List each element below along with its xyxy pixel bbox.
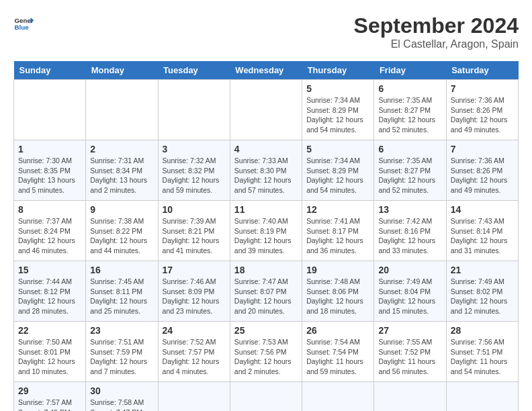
calendar-cell: 4Sunrise: 7:33 AM Sunset: 8:30 PM Daylig… — [230, 140, 302, 201]
calendar-cell: 13Sunrise: 7:42 AM Sunset: 8:16 PM Dayli… — [374, 201, 446, 261]
calendar-cell — [158, 80, 230, 140]
calendar-cell — [302, 382, 374, 412]
col-sunday: Sunday — [14, 61, 86, 80]
calendar-cell: 23Sunrise: 7:51 AM Sunset: 7:59 PM Dayli… — [86, 322, 158, 382]
calendar-cell — [158, 382, 230, 412]
calendar-cell: 22Sunrise: 7:50 AM Sunset: 8:01 PM Dayli… — [14, 322, 86, 382]
day-number: 22 — [18, 325, 81, 336]
day-info: Sunrise: 7:33 AM Sunset: 8:30 PM Dayligh… — [234, 156, 298, 195]
day-info: Sunrise: 7:40 AM Sunset: 8:19 PM Dayligh… — [234, 216, 298, 256]
day-number: 7 — [451, 83, 514, 94]
day-number: 29 — [18, 385, 81, 396]
day-info: Sunrise: 7:57 AM Sunset: 7:49 PM Dayligh… — [18, 398, 81, 411]
day-info: Sunrise: 7:35 AM Sunset: 8:27 PM Dayligh… — [378, 95, 441, 135]
day-number: 10 — [163, 204, 226, 215]
calendar-cell — [374, 382, 446, 412]
col-tuesday: Tuesday — [158, 61, 230, 80]
day-number: 9 — [90, 204, 153, 215]
calendar-cell: 11Sunrise: 7:40 AM Sunset: 8:19 PM Dayli… — [230, 201, 302, 261]
day-info: Sunrise: 7:49 AM Sunset: 8:04 PM Dayligh… — [378, 277, 441, 316]
day-info: Sunrise: 7:41 AM Sunset: 8:17 PM Dayligh… — [306, 216, 369, 256]
day-number: 19 — [306, 265, 369, 275]
day-info: Sunrise: 7:36 AM Sunset: 8:26 PM Dayligh… — [451, 156, 514, 195]
day-info: Sunrise: 7:44 AM Sunset: 8:12 PM Dayligh… — [18, 277, 81, 316]
month-title: September 2024 — [354, 13, 519, 38]
calendar-cell: 3Sunrise: 7:32 AM Sunset: 8:32 PM Daylig… — [158, 140, 230, 201]
calendar-cell: 5Sunrise: 7:34 AM Sunset: 8:29 PM Daylig… — [302, 80, 374, 140]
calendar-cell: 9Sunrise: 7:38 AM Sunset: 8:22 PM Daylig… — [86, 201, 158, 261]
title-block: September 2024 El Castellar, Aragon, Spa… — [354, 13, 519, 50]
calendar-week-row: 8Sunrise: 7:37 AM Sunset: 8:24 PM Daylig… — [14, 201, 519, 261]
day-number: 30 — [90, 385, 153, 396]
calendar-cell: 28Sunrise: 7:56 AM Sunset: 7:51 PM Dayli… — [446, 322, 518, 382]
calendar-week-row: 29Sunrise: 7:57 AM Sunset: 7:49 PM Dayli… — [14, 382, 519, 412]
day-number: 5 — [306, 83, 369, 94]
day-info: Sunrise: 7:43 AM Sunset: 8:14 PM Dayligh… — [451, 216, 514, 256]
calendar-cell: 30Sunrise: 7:58 AM Sunset: 7:47 PM Dayli… — [86, 382, 158, 412]
day-info: Sunrise: 7:32 AM Sunset: 8:32 PM Dayligh… — [163, 156, 226, 195]
calendar-week-row: 15Sunrise: 7:44 AM Sunset: 8:12 PM Dayli… — [14, 261, 519, 322]
day-info: Sunrise: 7:34 AM Sunset: 8:29 PM Dayligh… — [306, 156, 369, 195]
day-number: 6 — [378, 144, 441, 154]
col-monday: Monday — [86, 61, 158, 80]
col-friday: Friday — [374, 61, 446, 80]
day-info: Sunrise: 7:53 AM Sunset: 7:56 PM Dayligh… — [234, 337, 298, 377]
calendar-cell: 7Sunrise: 7:36 AM Sunset: 8:26 PM Daylig… — [446, 80, 518, 140]
calendar-cell: 29Sunrise: 7:57 AM Sunset: 7:49 PM Dayli… — [14, 382, 86, 412]
calendar-cell: 26Sunrise: 7:54 AM Sunset: 7:54 PM Dayli… — [302, 322, 374, 382]
calendar-cell: 19Sunrise: 7:48 AM Sunset: 8:06 PM Dayli… — [302, 261, 374, 322]
day-number: 16 — [90, 265, 153, 275]
day-number: 8 — [18, 204, 81, 215]
calendar-cell: 12Sunrise: 7:41 AM Sunset: 8:17 PM Dayli… — [302, 201, 374, 261]
day-number: 23 — [90, 325, 153, 336]
day-number: 27 — [378, 325, 441, 336]
logo: General Blue — [13, 13, 34, 34]
day-info: Sunrise: 7:45 AM Sunset: 8:11 PM Dayligh… — [90, 277, 153, 316]
day-info: Sunrise: 7:48 AM Sunset: 8:06 PM Dayligh… — [306, 277, 369, 316]
calendar-cell — [446, 382, 518, 412]
day-info: Sunrise: 7:58 AM Sunset: 7:47 PM Dayligh… — [90, 398, 153, 411]
day-number: 1 — [18, 144, 81, 154]
day-info: Sunrise: 7:36 AM Sunset: 8:26 PM Dayligh… — [451, 95, 514, 135]
calendar-cell: 15Sunrise: 7:44 AM Sunset: 8:12 PM Dayli… — [14, 261, 86, 322]
calendar-cell: 14Sunrise: 7:43 AM Sunset: 8:14 PM Dayli… — [446, 201, 518, 261]
day-info: Sunrise: 7:31 AM Sunset: 8:34 PM Dayligh… — [90, 156, 153, 195]
calendar-cell: 10Sunrise: 7:39 AM Sunset: 8:21 PM Dayli… — [158, 201, 230, 261]
day-number: 3 — [163, 144, 226, 154]
day-number: 6 — [378, 83, 441, 94]
day-number: 12 — [306, 204, 369, 215]
day-info: Sunrise: 7:55 AM Sunset: 7:52 PM Dayligh… — [378, 337, 441, 377]
day-info: Sunrise: 7:56 AM Sunset: 7:51 PM Dayligh… — [451, 337, 514, 377]
day-number: 11 — [234, 204, 298, 215]
day-number: 4 — [234, 144, 298, 154]
day-info: Sunrise: 7:52 AM Sunset: 7:57 PM Dayligh… — [163, 337, 226, 377]
day-number: 24 — [163, 325, 226, 336]
calendar-cell: 2Sunrise: 7:31 AM Sunset: 8:34 PM Daylig… — [86, 140, 158, 201]
calendar-cell: 24Sunrise: 7:52 AM Sunset: 7:57 PM Dayli… — [158, 322, 230, 382]
calendar-table: Sunday Monday Tuesday Wednesday Thursday… — [13, 61, 519, 411]
calendar-cell: 27Sunrise: 7:55 AM Sunset: 7:52 PM Dayli… — [374, 322, 446, 382]
day-info: Sunrise: 7:47 AM Sunset: 8:07 PM Dayligh… — [234, 277, 298, 316]
calendar-cell — [230, 382, 302, 412]
day-info: Sunrise: 7:50 AM Sunset: 8:01 PM Dayligh… — [18, 337, 81, 377]
calendar-cell: 6Sunrise: 7:35 AM Sunset: 8:27 PM Daylig… — [374, 140, 446, 201]
day-info: Sunrise: 7:35 AM Sunset: 8:27 PM Dayligh… — [378, 156, 441, 195]
day-number: 21 — [451, 265, 514, 275]
calendar-cell: 5Sunrise: 7:34 AM Sunset: 8:29 PM Daylig… — [302, 140, 374, 201]
calendar-cell: 16Sunrise: 7:45 AM Sunset: 8:11 PM Dayli… — [86, 261, 158, 322]
day-info: Sunrise: 7:34 AM Sunset: 8:29 PM Dayligh… — [306, 95, 369, 135]
svg-text:Blue: Blue — [15, 24, 30, 31]
calendar-week-row: 5Sunrise: 7:34 AM Sunset: 8:29 PM Daylig… — [14, 80, 519, 140]
calendar-cell: 17Sunrise: 7:46 AM Sunset: 8:09 PM Dayli… — [158, 261, 230, 322]
calendar-week-row: 1Sunrise: 7:30 AM Sunset: 8:35 PM Daylig… — [14, 140, 519, 201]
day-info: Sunrise: 7:51 AM Sunset: 7:59 PM Dayligh… — [90, 337, 153, 377]
calendar-cell — [14, 80, 86, 140]
day-number: 5 — [306, 144, 369, 154]
calendar-cell: 20Sunrise: 7:49 AM Sunset: 8:04 PM Dayli… — [374, 261, 446, 322]
day-number: 28 — [451, 325, 514, 336]
calendar-cell: 1Sunrise: 7:30 AM Sunset: 8:35 PM Daylig… — [14, 140, 86, 201]
calendar-cell: 8Sunrise: 7:37 AM Sunset: 8:24 PM Daylig… — [14, 201, 86, 261]
day-number: 15 — [18, 265, 81, 275]
day-number: 14 — [451, 204, 514, 215]
location-title: El Castellar, Aragon, Spain — [354, 38, 519, 50]
